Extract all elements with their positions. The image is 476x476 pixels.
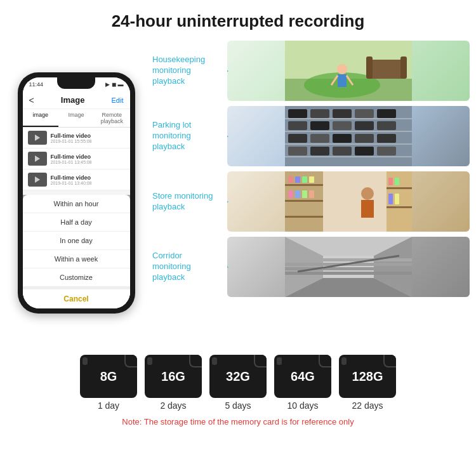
svg-rect-42: [295, 176, 300, 183]
main-content: 11:44 ▶ ◼ ▬ < Image Edit image Image Rem…: [0, 37, 476, 348]
dropdown-item-one-day[interactable]: In one day: [23, 232, 130, 250]
svg-point-3: [337, 64, 347, 74]
back-arrow[interactable]: <: [29, 95, 34, 105]
svg-rect-39: [285, 200, 323, 202]
sdcard-days-label: 22 days: [352, 400, 383, 411]
scene-svg-parking: [227, 106, 470, 166]
video-title: Full-time video: [51, 133, 92, 139]
sdcard-128g: 128G: [339, 355, 396, 398]
dropdown-item-customize[interactable]: Customize: [23, 268, 130, 287]
svg-rect-45: [288, 190, 293, 198]
svg-rect-47: [302, 190, 307, 198]
phone-tabs: image Image Remote playback: [23, 109, 130, 128]
sdcard-notch: [341, 357, 347, 365]
svg-rect-52: [387, 187, 412, 189]
svg-rect-18: [333, 109, 352, 118]
sdcard-size-label: 32G: [226, 369, 250, 384]
dropdown-item-within-hour[interactable]: Within an hour: [23, 195, 130, 213]
svg-rect-54: [388, 178, 393, 185]
monitoring-label-store: Store monitoring playback: [152, 171, 222, 232]
sdcard-days-label: 10 days: [287, 400, 318, 411]
svg-rect-38: [285, 184, 323, 186]
phone-time: 11:44: [29, 81, 44, 88]
monitoring-img-housekeeping: [227, 41, 470, 101]
svg-rect-20: [377, 109, 396, 118]
svg-rect-29: [355, 134, 374, 143]
sdcard-item-64g: 64G 10 days: [274, 355, 331, 411]
svg-rect-55: [395, 178, 399, 185]
svg-rect-33: [333, 147, 352, 155]
monitoring-img-corridor: [227, 237, 470, 297]
video-info: Full-time video 2019-01-01 13:45:08: [51, 154, 92, 164]
sdcard-16g: 16G: [145, 355, 202, 398]
svg-rect-64: [285, 272, 412, 275]
sdcard-8g: 8G: [80, 355, 137, 398]
svg-rect-24: [355, 121, 374, 130]
svg-point-49: [361, 187, 374, 200]
svg-rect-17: [310, 109, 329, 118]
video-thumbnail: [28, 152, 47, 166]
svg-rect-34: [355, 147, 374, 155]
svg-rect-31: [288, 147, 307, 155]
svg-rect-7: [367, 60, 406, 79]
sdcard-notch: [212, 357, 217, 365]
phone-edit-button[interactable]: Edit: [112, 96, 124, 104]
sdcard-notch: [83, 357, 88, 365]
svg-rect-67: [285, 258, 412, 261]
phone-body: 11:44 ▶ ◼ ▬ < Image Edit image Image Rem…: [18, 72, 135, 314]
svg-rect-23: [333, 121, 352, 130]
arrow-parking: [227, 131, 228, 142]
video-title: Full-time video: [51, 175, 92, 181]
sdcard-size-label: 16G: [161, 369, 185, 384]
svg-rect-22: [310, 121, 329, 130]
sdcard-32g: 32G: [209, 355, 267, 398]
monitoring-label-housekeeping: Housekeeping monitoring playback: [152, 41, 222, 101]
monitoring-img-parking: [227, 106, 470, 166]
svg-rect-53: [387, 206, 412, 208]
sdcard-size-label: 8G: [100, 369, 117, 384]
list-item: Full-time video 2019-01-01 13:45:08: [23, 149, 130, 169]
dropdown-cancel-button[interactable]: Cancel: [23, 287, 130, 308]
list-item: Full-time video 2019-01-01 15:55:08: [23, 128, 130, 149]
sdcard-item-32g: 32G 5 days: [209, 355, 267, 411]
svg-rect-27: [310, 134, 329, 143]
sdcard-days-label: 1 day: [98, 400, 119, 411]
arrow-housekeeping: [227, 66, 228, 76]
monitoring-label-corridor: Corridor monitoring playback: [152, 237, 222, 297]
video-info: Full-time video 2019-01-01 13:40:08: [51, 175, 92, 185]
phone-tab-remote[interactable]: Remote playback: [94, 109, 129, 127]
monitoring-img-store: [227, 171, 470, 232]
scene-svg-store: [227, 171, 470, 232]
sdcard-section: 8G 1 day 16G 2 days 32G 5 days 64G 10 da…: [0, 348, 476, 430]
dropdown-item-week[interactable]: Within a week: [23, 250, 130, 268]
video-date: 2019-01-01 15:55:08: [51, 139, 92, 143]
page-header: 24-hour uninterrupted recording: [0, 0, 476, 37]
page-title: 24-hour uninterrupted recording: [6, 11, 470, 31]
sdcard-item-128g: 128G 22 days: [339, 355, 396, 411]
svg-rect-28: [333, 134, 352, 143]
sdcard-64g: 64G: [274, 355, 331, 398]
play-icon: [35, 155, 40, 162]
sdcard-days-label: 5 days: [225, 400, 251, 411]
svg-rect-44: [309, 176, 314, 183]
svg-rect-56: [388, 194, 393, 204]
svg-rect-32: [310, 147, 329, 155]
video-thumbnail: [28, 131, 47, 145]
phone-nav-title: Image: [61, 95, 85, 105]
svg-rect-35: [377, 147, 396, 155]
phone-screen: 11:44 ▶ ◼ ▬ < Image Edit image Image Rem…: [23, 77, 130, 308]
dropdown-item-half-day[interactable]: Half a day: [23, 213, 130, 232]
svg-rect-25: [377, 121, 396, 130]
phone-tab-image2[interactable]: Image: [58, 109, 94, 127]
svg-rect-16: [288, 109, 307, 118]
svg-rect-26: [288, 134, 307, 143]
scene-svg-corridor: [227, 237, 470, 297]
svg-rect-40: [285, 216, 323, 218]
play-icon: [35, 176, 40, 183]
phone-nav: < Image Edit: [23, 91, 130, 109]
svg-rect-8: [366, 56, 373, 79]
phone-tab-image[interactable]: image: [23, 109, 58, 127]
sdcard-size-label: 64G: [291, 369, 315, 384]
monitoring-row-corridor: Corridor monitoring playback: [152, 237, 470, 297]
list-item: Full-time video 2019-01-01 13:40:08: [23, 169, 130, 190]
